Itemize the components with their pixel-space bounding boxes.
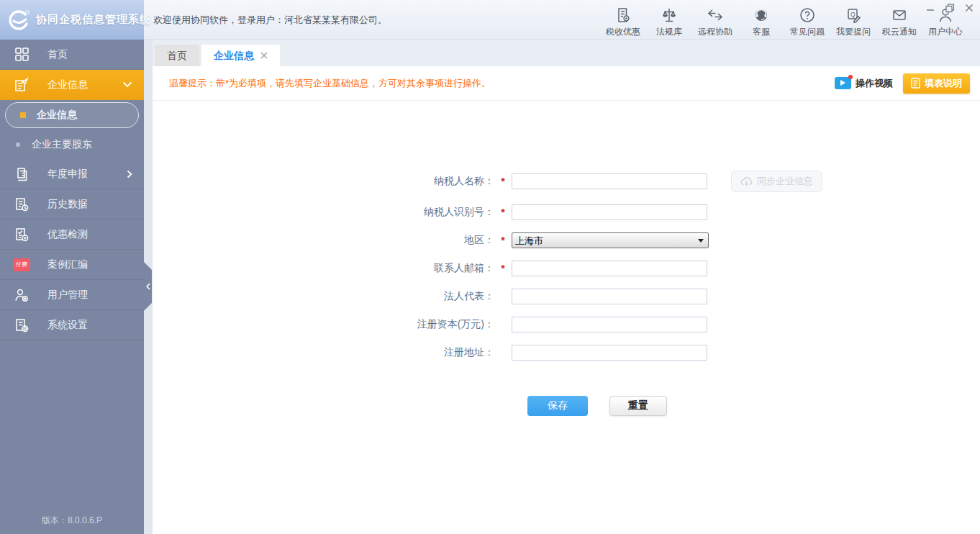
save-button[interactable]: 保存: [527, 396, 588, 416]
field-label: 纳税人名称：: [408, 175, 494, 188]
form-buttons: 保存 重置: [527, 396, 980, 416]
collapse-left-icon: [146, 283, 150, 290]
toolbar-label: 客服: [753, 26, 770, 38]
toolbar-label: 法规库: [656, 26, 682, 38]
law-scales-icon: [661, 5, 678, 24]
form-row-registered-address: 注册地址：: [408, 345, 980, 361]
sidebar-subitem-label: 企业主要股东: [32, 138, 92, 151]
form-row-legal-representative: 法人代表：: [408, 289, 980, 304]
restore-button[interactable]: [945, 3, 955, 13]
top-header: 协同企税信息管理系统 欢迎使用协同软件，登录用户：河北省某某某有限公司。 税收优…: [0, 0, 980, 40]
tab-close-icon[interactable]: [260, 52, 268, 59]
toolbar-remote-assist[interactable]: 远程协助: [692, 5, 738, 38]
video-player-icon: [835, 77, 851, 89]
home-grid-icon: [13, 47, 30, 62]
taxpayer-name-input[interactable]: [512, 173, 707, 189]
settings-gear-document-icon: [13, 317, 30, 333]
customer-service-headset-icon: [753, 5, 770, 24]
paid-badge-icon: 付费: [13, 258, 30, 271]
field-label: 注册地址：: [408, 346, 494, 359]
main-content: 首页 企业信息 温馨提示：带*为必填项，请先填写企业基础信息，方可对其余事项进行…: [144, 40, 980, 534]
guide-document-icon: [911, 78, 920, 89]
form-row-taxpayer-id: 纳税人识别号： *: [408, 204, 980, 220]
field-label: 纳税人识别号：: [408, 206, 494, 219]
sidebar-item-company-info-parent[interactable]: 企业信息: [0, 70, 144, 100]
sidebar-item-annual-report[interactable]: 年度申报: [0, 159, 144, 189]
bullet-dot-icon: [16, 142, 20, 147]
sidebar-subitem-major-shareholders[interactable]: 企业主要股东: [0, 130, 144, 159]
sidebar-item-label: 用户管理: [47, 289, 144, 302]
legal-representative-input[interactable]: [512, 289, 707, 304]
toolbar-customer-service[interactable]: 客服: [738, 5, 784, 38]
operation-video-link[interactable]: 操作视频: [835, 77, 893, 90]
form-guide-button[interactable]: 填表说明: [903, 73, 970, 94]
remote-assist-arrows-icon: [706, 5, 725, 24]
sync-company-info-button[interactable]: 同步企业信息: [731, 171, 822, 192]
sidebar-item-label: 案例汇编: [47, 258, 144, 271]
minimize-button[interactable]: [925, 3, 935, 13]
toolbar-cloud-notice[interactable]: 税云通知: [876, 5, 922, 38]
operation-video-label: 操作视频: [856, 77, 893, 90]
form-row-taxpayer-name: 纳税人名称： * 同步企业信息: [408, 171, 980, 192]
app-title: 协同企税信息管理系统: [36, 13, 151, 27]
window-controls: [925, 3, 974, 13]
sidebar-item-discount-check[interactable]: 优惠检测: [0, 220, 144, 250]
sync-company-info-label: 同步企业信息: [757, 175, 813, 188]
registered-capital-input[interactable]: [512, 317, 707, 332]
sidebar-item-history-data[interactable]: 历史数据: [0, 189, 144, 220]
form-guide-label: 填表说明: [925, 77, 962, 90]
field-label: 注册资本(万元)：: [408, 318, 494, 331]
sidebar: 首页 企业信息 企业信息 企业主要股东 年度申报: [0, 40, 144, 534]
version-label: 版本：8.0.0.6.P: [0, 515, 144, 527]
reset-button[interactable]: 重置: [609, 396, 667, 416]
tab-home[interactable]: 首页: [155, 45, 199, 66]
form-row-contact-email: 联系人邮箱： *: [408, 261, 980, 276]
history-clock-document-icon: [13, 196, 30, 212]
required-marker: *: [494, 263, 512, 274]
toolbar-label: 税收优惠: [606, 26, 640, 38]
toolbar-law-library[interactable]: 法规库: [646, 5, 692, 38]
region-select[interactable]: 上海市: [512, 232, 709, 248]
sidebar-collapse-handle[interactable]: [144, 262, 152, 311]
svg-text:Q: Q: [850, 11, 856, 18]
sidebar-subitem-label: 企业信息: [37, 109, 77, 122]
sidebar-item-label: 系统设置: [47, 319, 144, 332]
registered-address-input[interactable]: [512, 345, 707, 361]
toolbar-label: 税云通知: [882, 26, 917, 38]
required-marker: *: [494, 176, 512, 187]
region-select-wrapper: 上海市: [512, 232, 709, 248]
notice-text: 温馨提示：带*为必填项，请先填写企业基础信息，方可对其余事项进行操作。: [169, 77, 491, 90]
field-label: 法人代表：: [408, 290, 494, 303]
sidebar-subitem-company-info[interactable]: 企业信息: [5, 102, 139, 128]
faq-question-circle-icon: [799, 5, 816, 24]
sidebar-item-label: 历史数据: [47, 198, 144, 211]
tab-company-info[interactable]: 企业信息: [201, 45, 280, 66]
active-bullet-icon: [20, 112, 26, 118]
tab-label: 首页: [167, 50, 187, 61]
app-logo-block: 协同企税信息管理系统: [0, 0, 144, 40]
company-info-edit-icon: [13, 77, 30, 93]
toolbar-ask-question[interactable]: Q 我要提问: [830, 5, 876, 38]
close-button[interactable]: [964, 3, 974, 13]
sidebar-item-home[interactable]: 首页: [0, 40, 144, 70]
toolbar-label: 我要提问: [836, 26, 871, 38]
sidebar-item-system-settings[interactable]: 系统设置: [0, 310, 144, 340]
contact-email-input[interactable]: [512, 261, 707, 276]
ask-question-edit-icon: Q: [845, 5, 862, 24]
tax-discount-document-icon: [614, 5, 632, 24]
annual-report-pages-icon: [13, 166, 30, 182]
toolbar-label: 远程协助: [698, 26, 732, 38]
sidebar-item-label: 优惠检测: [47, 228, 144, 241]
tab-bar: 首页 企业信息: [153, 40, 980, 66]
sidebar-item-case-compilation[interactable]: 付费 案例汇编: [0, 250, 144, 280]
taxpayer-id-input[interactable]: [512, 204, 707, 220]
form-row-region: 地区： * 上海市: [408, 232, 980, 248]
toolbar-tax-discount[interactable]: 税收优惠: [600, 5, 646, 38]
sidebar-item-user-management[interactable]: 用户管理: [0, 280, 144, 310]
sidebar-item-label: 年度申报: [47, 168, 127, 181]
required-marker: *: [494, 207, 512, 218]
toolbar-faq[interactable]: 常见问题: [784, 5, 830, 38]
toolbar-label: 用户中心: [928, 26, 963, 38]
chevron-down-icon: [122, 81, 132, 88]
notice-bar: 温馨提示：带*为必填项，请先填写企业基础信息，方可对其余事项进行操作。 操作视频…: [153, 66, 980, 101]
